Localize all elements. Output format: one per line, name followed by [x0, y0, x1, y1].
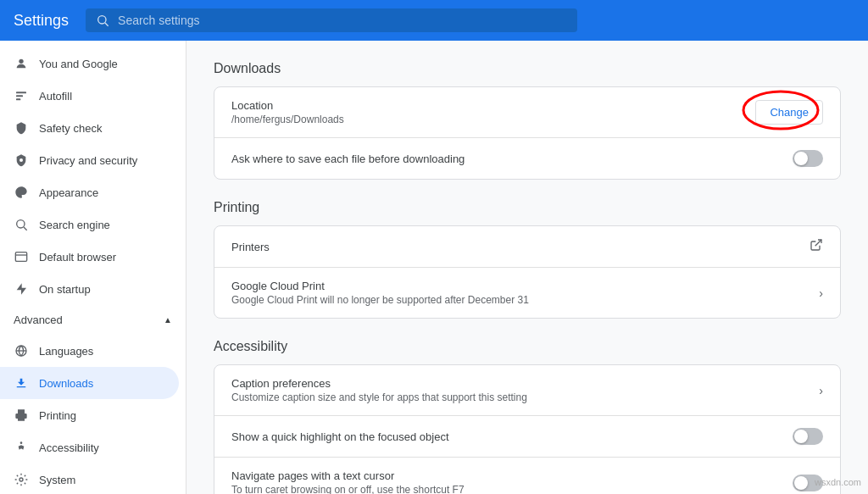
- sidebar-label-privacy-security: Privacy and security: [39, 154, 137, 167]
- privacy-icon: [14, 153, 29, 168]
- svg-line-17: [815, 240, 821, 246]
- highlight-content: Show a quick highlight on the focused ob…: [231, 430, 793, 443]
- printers-label: Printers: [231, 241, 810, 253]
- sidebar-item-accessibility[interactable]: Accessibility: [0, 431, 179, 463]
- location-value: /home/fergus/Downloads: [231, 114, 755, 125]
- svg-rect-5: [16, 98, 20, 100]
- svg-line-1: [105, 23, 108, 26]
- accessibility-card: Caption preferences Customize caption si…: [214, 364, 841, 494]
- downloads-card: Location /home/fergus/Downloads Change A…: [214, 86, 841, 180]
- search-engine-icon: [14, 217, 29, 232]
- svg-rect-4: [16, 95, 23, 97]
- printers-row[interactable]: Printers: [214, 226, 840, 268]
- print-icon: [14, 408, 29, 423]
- sidebar-label-default-browser: Default browser: [39, 251, 116, 264]
- search-bar[interactable]: [86, 8, 577, 32]
- watermark: wsxdn.com: [815, 477, 861, 487]
- sidebar-item-appearance[interactable]: Appearance: [0, 176, 179, 208]
- advanced-label: Advanced: [14, 314, 63, 326]
- app-title: Settings: [14, 12, 69, 30]
- appearance-icon: [14, 185, 29, 200]
- main-layout: You and Google Autofill Safety check Pri…: [0, 41, 868, 494]
- sidebar-item-autofill[interactable]: Autofill: [0, 80, 179, 112]
- sidebar-item-system[interactable]: System: [0, 463, 179, 494]
- advanced-section-header[interactable]: Advanced ▲: [0, 305, 186, 335]
- gcp-subtitle: Google Cloud Print will no longer be sup…: [231, 294, 819, 306]
- highlight-row: Show a quick highlight on the focused ob…: [214, 416, 840, 458]
- sidebar-item-languages[interactable]: Languages: [0, 335, 179, 367]
- sidebar-label-downloads: Downloads: [39, 377, 93, 390]
- sidebar-item-downloads[interactable]: Downloads: [0, 367, 179, 399]
- system-icon: [14, 472, 29, 487]
- svg-point-2: [19, 59, 23, 64]
- gcp-content: Google Cloud Print Google Cloud Print wi…: [231, 280, 819, 306]
- sidebar-label-on-startup: On startup: [39, 283, 91, 296]
- svg-point-7: [17, 220, 25, 228]
- accessibility-icon: [14, 440, 29, 455]
- svg-rect-3: [16, 92, 26, 93]
- caption-label: Caption preferences: [231, 377, 819, 390]
- ask-save-toggle-track: [793, 150, 823, 167]
- sidebar-item-safety-check[interactable]: Safety check: [0, 112, 179, 144]
- ask-save-label: Ask where to save each file before downl…: [231, 153, 793, 165]
- printing-section: Printing Printers Google Cloud Print Goo…: [214, 200, 841, 319]
- highlight-label: Show a quick highlight on the focused ob…: [231, 430, 793, 443]
- sidebar-item-default-browser[interactable]: Default browser: [0, 241, 179, 273]
- gcp-label: Google Cloud Print: [231, 280, 819, 292]
- printers-content: Printers: [231, 241, 810, 253]
- accessibility-section: Accessibility Caption preferences Custom…: [214, 339, 841, 494]
- sidebar-label-safety-check: Safety check: [39, 122, 102, 135]
- sidebar-label-languages: Languages: [39, 345, 93, 358]
- gcp-row[interactable]: Google Cloud Print Google Cloud Print wi…: [214, 268, 840, 318]
- sidebar-item-printing[interactable]: Printing: [0, 399, 179, 431]
- header: Settings: [0, 0, 868, 41]
- change-button[interactable]: Change: [755, 100, 823, 125]
- downloads-title: Downloads: [214, 61, 841, 76]
- content-area: Downloads Location /home/fergus/Download…: [186, 41, 868, 494]
- sidebar-label-appearance: Appearance: [39, 186, 98, 199]
- svg-point-15: [19, 478, 23, 481]
- svg-point-14: [20, 441, 23, 444]
- caption-content: Caption preferences Customize caption si…: [231, 377, 819, 403]
- navigate-content: Navigate pages with a text cursor To tur…: [231, 469, 793, 494]
- accessibility-title: Accessibility: [214, 339, 841, 354]
- ask-save-row: Ask where to save each file before downl…: [214, 138, 840, 179]
- sidebar-label-autofill: Autofill: [39, 90, 72, 103]
- sidebar-item-privacy-security[interactable]: Privacy and security: [0, 144, 179, 176]
- caption-chevron-icon: ›: [819, 384, 823, 397]
- download-icon: [14, 375, 29, 391]
- navigate-row: Navigate pages with a text cursor To tur…: [214, 458, 840, 494]
- location-row: Location /home/fergus/Downloads Change: [214, 87, 840, 138]
- sidebar-label-you-google: You and Google: [39, 58, 118, 70]
- advanced-chevron-icon: ▲: [164, 315, 172, 325]
- sidebar-item-search-engine[interactable]: Search engine: [0, 208, 179, 241]
- ask-save-toggle[interactable]: [793, 150, 823, 167]
- downloads-section: Downloads Location /home/fergus/Download…: [214, 61, 841, 180]
- ask-save-content: Ask where to save each file before downl…: [231, 153, 793, 165]
- sidebar-label-system: System: [39, 474, 75, 486]
- sidebar-label-printing: Printing: [39, 409, 76, 422]
- caption-subtitle: Customize caption size and style for app…: [231, 391, 819, 403]
- caption-row[interactable]: Caption preferences Customize caption si…: [214, 365, 840, 416]
- shield-icon: [14, 120, 29, 136]
- sidebar-label-search-engine: Search engine: [39, 219, 110, 231]
- svg-rect-13: [17, 386, 26, 387]
- search-input[interactable]: [118, 14, 567, 27]
- highlight-toggle-track: [793, 428, 823, 445]
- highlight-toggle[interactable]: [793, 428, 823, 445]
- chevron-right-icon: ›: [819, 286, 823, 300]
- location-content: Location /home/fergus/Downloads: [231, 99, 755, 125]
- svg-point-0: [98, 16, 106, 24]
- svg-rect-9: [15, 253, 26, 262]
- autofill-icon: [14, 88, 29, 103]
- svg-point-6: [19, 158, 23, 162]
- sidebar-item-you-google[interactable]: You and Google: [0, 47, 179, 80]
- navigate-label: Navigate pages with a text cursor: [231, 469, 793, 482]
- startup-icon: [14, 281, 29, 297]
- browser-icon: [14, 249, 29, 264]
- sidebar-item-on-startup[interactable]: On startup: [0, 273, 179, 305]
- search-icon: [96, 14, 109, 27]
- location-label: Location: [231, 99, 755, 112]
- external-link-icon: [810, 238, 823, 255]
- change-btn-wrapper: Change: [755, 100, 823, 125]
